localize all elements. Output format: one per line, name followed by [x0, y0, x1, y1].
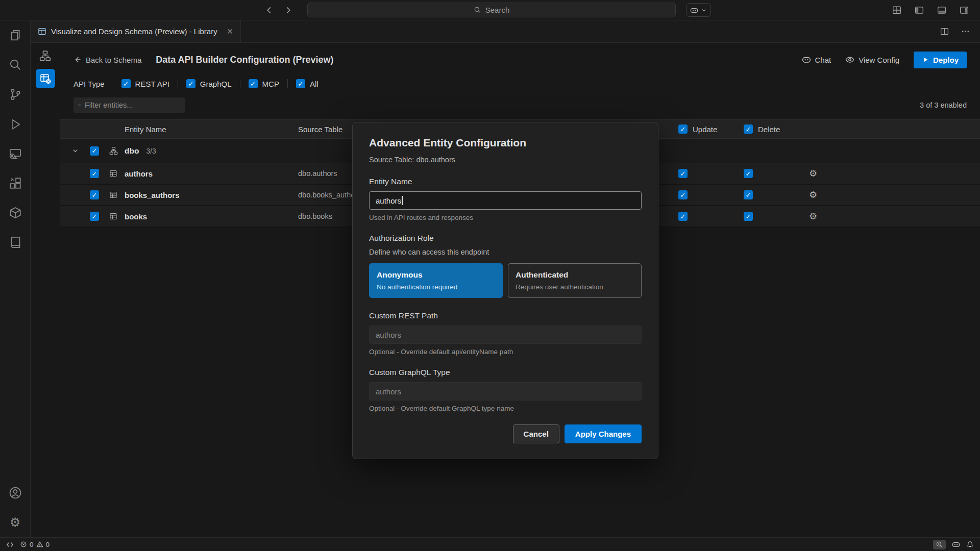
divider	[113, 79, 113, 88]
remote-indicator-icon[interactable]	[6, 541, 14, 548]
status-bar-left: 0 0	[6, 541, 50, 548]
editor-actions	[938, 20, 980, 42]
entity-name-cell: books_authors	[125, 191, 298, 199]
back-arrow-icon	[74, 56, 82, 64]
all-checkbox[interactable]	[296, 79, 305, 88]
graphql-label: GraphQL	[200, 80, 232, 88]
mcp-checkbox-option[interactable]: MCP	[249, 79, 279, 88]
entity-name-input[interactable]: authors	[369, 191, 642, 210]
row-select-checkbox[interactable]	[90, 190, 99, 199]
all-label: All	[310, 80, 318, 88]
more-actions-icon[interactable]	[959, 25, 972, 38]
auth-authenticated-subtitle: Requires user authentication	[516, 283, 634, 291]
update-checkbox[interactable]	[678, 169, 688, 178]
authorization-role-help: Define who can access this endpoint	[369, 248, 642, 256]
tab-visualize-design-schema[interactable]: Visualize and Design Schema (Preview) - …	[31, 20, 241, 42]
history-forward-button[interactable]	[282, 4, 295, 17]
row-select-checkbox[interactable]	[90, 212, 99, 221]
copilot-status-icon[interactable]	[952, 540, 960, 548]
update-checkbox[interactable]	[678, 190, 688, 199]
auth-authenticated-option[interactable]: Authenticated Requires user authenticati…	[508, 263, 642, 298]
search-placeholder: Search	[485, 6, 510, 14]
rest-api-checkbox-option[interactable]: REST API	[121, 79, 169, 88]
delete-label: Delete	[758, 125, 780, 134]
titlebar: Search	[0, 0, 980, 20]
tab-close-icon[interactable]	[225, 26, 235, 37]
mcp-checkbox[interactable]	[249, 79, 258, 88]
problems-indicator[interactable]: 0 0	[20, 541, 50, 548]
data-api-builder-view-active[interactable]	[36, 69, 55, 88]
notifications-bell-icon[interactable]	[966, 541, 974, 548]
update-checkbox[interactable]	[678, 212, 688, 221]
delete-checkbox[interactable]	[744, 212, 753, 221]
delete-column-header: Delete	[744, 124, 809, 134]
advanced-entity-configuration-dialog: Advanced Entity Configuration Source Tab…	[352, 122, 658, 459]
graphql-checkbox-option[interactable]: GraphQL	[186, 79, 232, 88]
schema-book-icon[interactable]	[0, 228, 30, 257]
status-bar: 0 0	[0, 537, 980, 551]
search-icon	[474, 6, 481, 14]
search-sidebar-icon[interactable]	[0, 50, 30, 80]
view-config-eye-icon	[845, 55, 854, 64]
chat-copilot-icon	[802, 55, 811, 64]
back-to-schema-link[interactable]: Back to Schema	[74, 56, 141, 64]
zoom-indicator[interactable]	[933, 540, 946, 549]
delete-checkbox[interactable]	[744, 169, 753, 178]
filter-entities-input[interactable]	[85, 101, 180, 109]
dialog-title: Advanced Entity Configuration	[369, 137, 642, 149]
extensions-icon[interactable]	[0, 168, 30, 198]
command-center-search[interactable]: Search	[307, 3, 676, 17]
toggle-primary-sidebar-icon[interactable]	[913, 4, 926, 17]
tab-bar: Visualize and Design Schema (Preview) - …	[31, 20, 980, 43]
group-name: dbo	[125, 146, 139, 156]
schema-group-icon	[109, 146, 125, 155]
view-config-button[interactable]: View Config	[845, 55, 899, 64]
cancel-button[interactable]: Cancel	[513, 424, 559, 443]
page-header: Back to Schema Data API Builder Configur…	[60, 43, 980, 71]
filter-entities-box[interactable]	[74, 97, 185, 113]
deploy-label: Deploy	[933, 56, 959, 64]
auth-anonymous-option[interactable]: Anonymous No authentication required	[369, 263, 503, 298]
explorer-files-icon[interactable]	[0, 20, 30, 50]
account-icon[interactable]	[0, 478, 30, 508]
history-back-button[interactable]	[262, 4, 276, 17]
remote-machine-icon[interactable]	[0, 139, 30, 168]
back-label: Back to Schema	[86, 56, 141, 64]
chat-button[interactable]: Chat	[802, 55, 831, 64]
settings-gear-icon[interactable]: ⚙	[0, 508, 30, 537]
split-editor-icon[interactable]	[938, 25, 951, 38]
toggle-secondary-sidebar-icon[interactable]	[958, 4, 971, 17]
custom-graphql-type-input[interactable]	[369, 382, 642, 400]
delete-checkbox[interactable]	[744, 190, 753, 199]
delete-all-checkbox[interactable]	[744, 124, 753, 134]
deploy-button[interactable]: Deploy	[914, 52, 967, 68]
source-control-icon[interactable]	[0, 80, 30, 109]
row-settings-gear-icon[interactable]: ⚙	[809, 168, 817, 179]
row-settings-gear-icon[interactable]: ⚙	[809, 211, 817, 221]
schema-hierarchy-icon[interactable]	[39, 50, 51, 62]
database-projects-icon[interactable]	[0, 198, 30, 228]
custom-graphql-type-label: Custom GraphQL Type	[369, 368, 642, 377]
all-checkbox-option[interactable]: All	[296, 79, 318, 88]
zoom-magnifier-icon	[936, 541, 943, 548]
toggle-panel-icon[interactable]	[935, 4, 948, 17]
customize-layout-icon[interactable]	[890, 4, 903, 17]
update-all-checkbox[interactable]	[678, 124, 688, 134]
auth-authenticated-title: Authenticated	[516, 270, 634, 280]
run-debug-icon[interactable]	[0, 109, 30, 139]
rest-api-checkbox[interactable]	[121, 79, 131, 88]
row-settings-gear-icon[interactable]: ⚙	[809, 190, 817, 200]
api-type-label: API Type	[74, 80, 105, 88]
copilot-menu-button[interactable]	[686, 3, 711, 17]
group-select-checkbox[interactable]	[90, 146, 99, 156]
group-expand-chevron-icon[interactable]	[71, 147, 90, 155]
activity-bar: ⚙	[0, 20, 31, 537]
arrow-right-icon	[284, 6, 293, 15]
chat-label: Chat	[815, 56, 831, 64]
custom-rest-path-label: Custom REST Path	[369, 311, 642, 320]
apply-changes-button[interactable]: Apply Changes	[565, 424, 642, 443]
graphql-checkbox[interactable]	[186, 79, 195, 88]
custom-rest-path-input[interactable]	[369, 325, 642, 344]
row-select-checkbox[interactable]	[90, 169, 99, 178]
authorization-role-label: Authorization Role	[369, 234, 642, 243]
